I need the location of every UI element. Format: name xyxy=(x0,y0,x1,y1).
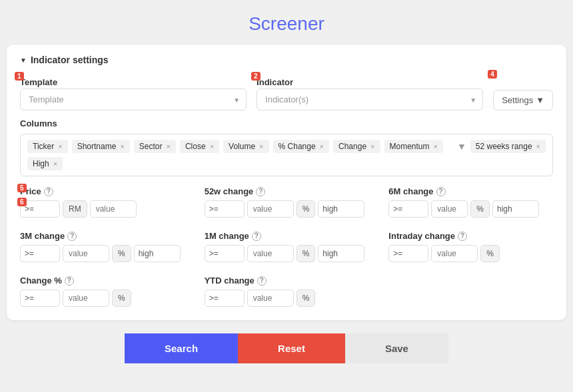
52w-operator-select[interactable]: >=<== xyxy=(205,200,245,218)
ytd-filter-label: YTD change ? xyxy=(205,276,369,286)
changepct-unit: % xyxy=(112,290,131,307)
ytd-filter: YTD change ? >=<== % xyxy=(205,276,369,307)
search-button[interactable]: Search xyxy=(125,333,238,363)
tag-change-label: Change xyxy=(338,142,366,151)
6m-high-select[interactable]: highlowclose xyxy=(492,200,539,218)
3m-unit: % xyxy=(112,245,131,262)
indicator-settings-label: Indicator settings xyxy=(31,55,109,65)
6m-value-input[interactable] xyxy=(431,200,468,218)
tag-momentum: Momentum × xyxy=(384,140,443,153)
indicator-settings-toggle[interactable]: ▼ Indicator settings xyxy=(20,55,553,65)
tag-close-remove[interactable]: × xyxy=(210,142,214,150)
top-row: 1 Template Template 2 Indicator Indicato… xyxy=(20,75,553,110)
changepct-operator-select[interactable]: >=<== xyxy=(20,290,60,307)
6m-operator-select[interactable]: >=<== xyxy=(388,200,428,218)
template-label: Template xyxy=(20,77,247,87)
price-filter-label: Price ? xyxy=(20,186,185,196)
indicator-label: Indicator xyxy=(257,77,483,87)
columns-tags: Ticker × Shortname × Sector × Close × Vo… xyxy=(20,134,553,176)
6m-filter: 6M change ? >=<== % highlowclose xyxy=(388,186,553,218)
template-group: 1 Template Template xyxy=(20,77,247,110)
intraday-filter: Intraday change ? >=<== % xyxy=(388,231,553,262)
bottom-bar: Search Reset Save xyxy=(7,333,566,363)
changepct-filter: Change % ? >=<== % xyxy=(20,276,185,307)
indicator-group: 2 Indicator Indicator(s) xyxy=(257,77,483,110)
1m-help-icon[interactable]: ? xyxy=(252,232,261,241)
ytd-operator-select[interactable]: >=<== xyxy=(205,290,245,307)
3m-filter-row: >=<== % highlowclose xyxy=(20,245,185,262)
tag-volume-remove[interactable]: × xyxy=(259,142,263,150)
tag-shortname-remove[interactable]: × xyxy=(120,142,124,150)
6m-filter-row: >=<== % highlowclose xyxy=(388,200,553,218)
ytd-value-input[interactable] xyxy=(247,290,294,307)
badge-1: 1 xyxy=(15,72,24,81)
columns-add-icon[interactable]: ▼ xyxy=(457,141,466,152)
tag-shortname: Shortname × xyxy=(72,140,130,153)
save-button[interactable]: Save xyxy=(345,333,448,363)
price-help-icon[interactable]: ? xyxy=(44,187,53,196)
ytd-help-icon[interactable]: ? xyxy=(257,276,267,286)
settings-button[interactable]: Settings ▼ xyxy=(493,90,553,110)
intraday-filter-label: Intraday change ? xyxy=(388,231,553,241)
tag-shortname-label: Shortname xyxy=(77,142,117,151)
filters-grid: 5 Price ? 6 >=<== RM 52w change ? xyxy=(20,186,553,307)
badge-6: 6 xyxy=(17,198,27,206)
1m-value-input[interactable] xyxy=(247,245,294,262)
tag-high-label: High xyxy=(33,159,49,168)
tag-52w-range-remove[interactable]: × xyxy=(536,142,540,150)
52w-high-select[interactable]: highlowclose xyxy=(318,200,364,218)
1m-filter-row: >=<== % highlowclose xyxy=(205,245,369,262)
tag-change-remove[interactable]: × xyxy=(370,142,374,150)
intraday-operator-select[interactable]: >=<== xyxy=(388,245,428,262)
settings-label: Settings xyxy=(502,95,533,105)
price-value-input[interactable] xyxy=(90,200,137,218)
reset-button[interactable]: Reset xyxy=(238,333,345,363)
3m-help-icon[interactable]: ? xyxy=(67,232,77,241)
intraday-help-icon[interactable]: ? xyxy=(458,232,467,241)
template-select[interactable]: Template xyxy=(20,89,247,110)
columns-label: Columns xyxy=(20,118,553,128)
tag-high-remove[interactable]: × xyxy=(53,160,57,168)
52w-value-input[interactable] xyxy=(247,200,294,218)
tag-volume-label: Volume xyxy=(229,142,255,151)
3m-high-select[interactable]: highlowclose xyxy=(134,245,181,262)
tag-close-label: Close xyxy=(185,142,206,151)
52w-help-icon[interactable]: ? xyxy=(256,187,265,196)
badge-4: 4 xyxy=(488,70,497,79)
3m-operator-select[interactable]: >=<== xyxy=(20,245,60,262)
intraday-value-input[interactable] xyxy=(431,245,478,262)
tag-sector-label: Sector xyxy=(139,142,163,151)
indicator-select-wrapper: Indicator(s) xyxy=(257,89,483,110)
tag-pct-change-remove[interactable]: × xyxy=(320,142,324,150)
changepct-filter-label: Change % ? xyxy=(20,276,185,286)
3m-value-input[interactable] xyxy=(63,245,109,262)
tag-ticker-label: Ticker xyxy=(33,142,54,151)
indicator-select[interactable]: Indicator(s) xyxy=(257,89,483,110)
1m-high-select[interactable]: highlowclose xyxy=(318,245,364,262)
changepct-value-input[interactable] xyxy=(63,290,109,307)
1m-filter: 1M change ? >=<== % highlowclose xyxy=(205,231,369,262)
tag-sector: Sector × xyxy=(134,140,176,153)
settings-group: 4 Settings ▼ xyxy=(493,75,553,110)
template-select-wrapper: Template xyxy=(20,89,247,110)
tag-pct-change: % Change × xyxy=(273,140,329,153)
ytd-filter-row: >=<== % xyxy=(205,290,369,307)
page-title: Screener xyxy=(249,13,324,35)
price-filter-row: 6 >=<== RM xyxy=(20,200,185,218)
changepct-help-icon[interactable]: ? xyxy=(65,276,74,286)
tag-ticker-remove[interactable]: × xyxy=(58,142,62,150)
tag-sector-remove[interactable]: × xyxy=(167,142,171,150)
1m-operator-select[interactable]: >=<== xyxy=(205,245,245,262)
ytd-unit: % xyxy=(296,290,316,307)
tag-momentum-remove[interactable]: × xyxy=(434,142,438,150)
52w-filter: 52w change ? >=<== % highlowclose xyxy=(205,186,369,218)
1m-unit: % xyxy=(296,245,316,262)
tag-volume: Volume × xyxy=(223,140,269,153)
3m-filter-label: 3M change ? xyxy=(20,231,185,241)
52w-unit: % xyxy=(296,200,316,218)
6m-help-icon[interactable]: ? xyxy=(436,187,446,196)
tag-close: Close × xyxy=(180,140,219,153)
price-badge-6-wrap: 6 >=<== xyxy=(20,200,60,218)
6m-unit: % xyxy=(470,200,490,218)
tag-high: High × xyxy=(27,157,63,170)
